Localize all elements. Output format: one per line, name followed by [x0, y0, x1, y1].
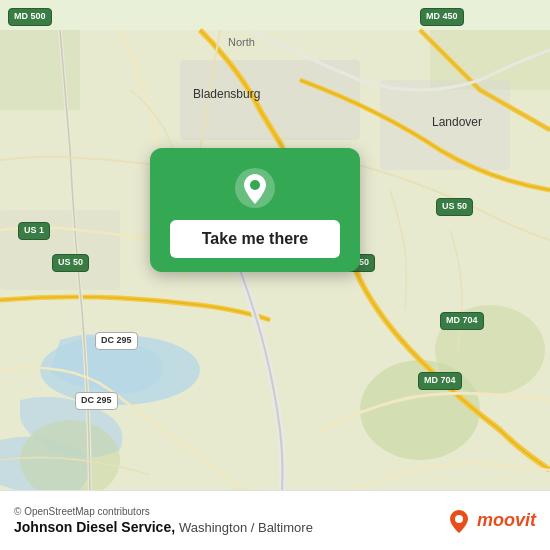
moovit-logo: moovit: [445, 507, 536, 535]
svg-rect-5: [0, 30, 80, 110]
badge-md450: MD 450: [420, 8, 464, 26]
bottom-bar: © OpenStreetMap contributors Johnson Die…: [0, 490, 550, 550]
map-container: North Bladensburg Landover MD 500 MD 450…: [0, 0, 550, 550]
location-region: Washington / Baltimore: [179, 520, 313, 535]
svg-point-15: [455, 515, 463, 523]
svg-text:North: North: [228, 36, 255, 48]
badge-us50-left: US 50: [52, 254, 89, 272]
svg-rect-9: [0, 210, 120, 290]
svg-point-14: [250, 180, 260, 190]
svg-point-4: [20, 420, 120, 500]
badge-dc295-2: DC 295: [75, 392, 118, 410]
location-card: Take me there: [150, 148, 360, 272]
moovit-brand-text: moovit: [477, 510, 536, 531]
svg-text:Bladensburg: Bladensburg: [193, 87, 260, 101]
badge-dc295-1: DC 295: [95, 332, 138, 350]
svg-text:Landover: Landover: [432, 115, 482, 129]
location-pin-icon: [233, 166, 277, 210]
bottom-left-info: © OpenStreetMap contributors Johnson Die…: [14, 506, 313, 535]
badge-us50-far: US 50: [436, 198, 473, 216]
osm-attribution: © OpenStreetMap contributors: [14, 506, 313, 517]
moovit-pin-icon: [445, 507, 473, 535]
badge-md704-2: MD 704: [418, 372, 462, 390]
badge-md500: MD 500: [8, 8, 52, 26]
location-title: Johnson Diesel Service, Washington / Bal…: [14, 519, 313, 535]
location-name: Johnson Diesel Service,: [14, 519, 175, 535]
take-me-there-button[interactable]: Take me there: [170, 220, 340, 258]
badge-us1: US 1: [18, 222, 50, 240]
badge-md704-1: MD 704: [440, 312, 484, 330]
